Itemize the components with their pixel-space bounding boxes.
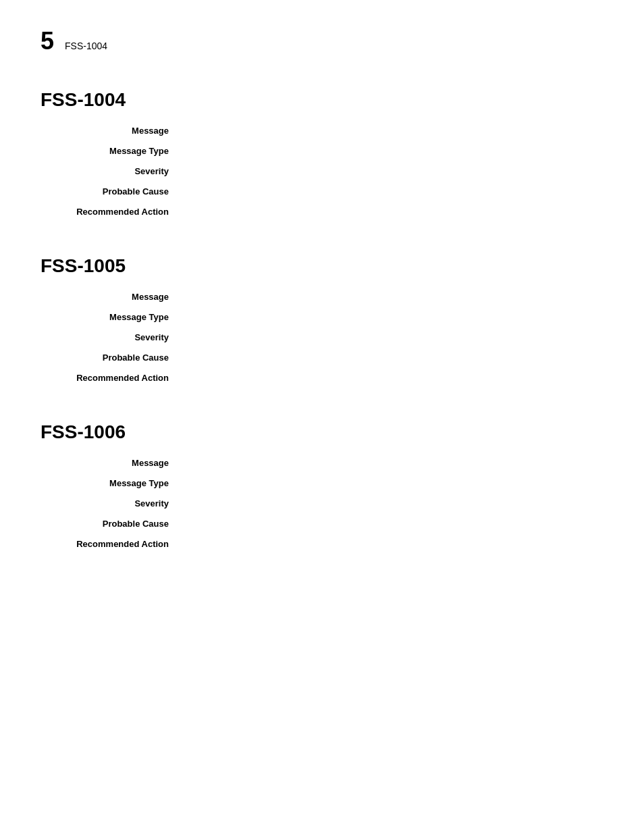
field-row-fss-1005-2: Severity: [41, 331, 603, 347]
section-title-fss-1006: FSS-1006: [41, 421, 603, 443]
field-label-fss-1005-3: Probable Cause: [41, 351, 182, 367]
field-label-fss-1005-4: Recommended Action: [41, 371, 182, 388]
field-label-fss-1005-1: Message Type: [41, 311, 182, 327]
field-value-fss-1006-2: [182, 497, 603, 513]
section-title-fss-1004: FSS-1004: [41, 89, 603, 111]
field-row-fss-1006-3: Probable Cause: [41, 517, 603, 533]
field-label-fss-1005-0: Message: [41, 290, 182, 307]
field-value-fss-1006-4: [182, 538, 603, 554]
field-row-fss-1005-0: Message: [41, 290, 603, 307]
field-label-fss-1006-2: Severity: [41, 497, 182, 513]
field-row-fss-1005-3: Probable Cause: [41, 351, 603, 367]
field-label-fss-1004-3: Probable Cause: [41, 185, 182, 201]
field-value-fss-1004-2: [182, 165, 603, 181]
field-label-fss-1006-4: Recommended Action: [41, 538, 182, 554]
section-fss-1005: FSS-1005MessageMessage TypeSeverityProba…: [41, 255, 603, 388]
field-row-fss-1004-1: Message Type: [41, 145, 603, 161]
field-row-fss-1004-2: Severity: [41, 165, 603, 181]
field-row-fss-1006-1: Message Type: [41, 477, 603, 493]
field-row-fss-1004-0: Message: [41, 124, 603, 140]
field-row-fss-1005-4: Recommended Action: [41, 371, 603, 388]
section-title-fss-1005: FSS-1005: [41, 255, 603, 277]
field-value-fss-1004-0: [182, 124, 603, 140]
field-label-fss-1005-2: Severity: [41, 331, 182, 347]
field-row-fss-1004-3: Probable Cause: [41, 185, 603, 201]
field-value-fss-1005-1: [182, 311, 603, 327]
field-value-fss-1004-3: [182, 185, 603, 201]
field-value-fss-1004-1: [182, 145, 603, 161]
field-label-fss-1006-3: Probable Cause: [41, 517, 182, 533]
field-row-fss-1005-1: Message Type: [41, 311, 603, 327]
page-header-title: FSS-1004: [65, 41, 107, 51]
field-row-fss-1006-4: Recommended Action: [41, 538, 603, 554]
field-label-fss-1006-0: Message: [41, 457, 182, 473]
field-value-fss-1006-1: [182, 477, 603, 493]
section-fss-1004: FSS-1004MessageMessage TypeSeverityProba…: [41, 89, 603, 221]
field-value-fss-1005-2: [182, 331, 603, 347]
field-value-fss-1005-3: [182, 351, 603, 367]
field-value-fss-1006-0: [182, 457, 603, 473]
field-label-fss-1004-4: Recommended Action: [41, 205, 182, 221]
field-row-fss-1004-4: Recommended Action: [41, 205, 603, 221]
field-label-fss-1004-0: Message: [41, 124, 182, 140]
field-row-fss-1006-2: Severity: [41, 497, 603, 513]
page-header: 5 FSS-1004: [41, 27, 603, 55]
field-label-fss-1004-1: Message Type: [41, 145, 182, 161]
field-row-fss-1006-0: Message: [41, 457, 603, 473]
field-value-fss-1005-0: [182, 290, 603, 307]
page-number: 5: [41, 27, 54, 55]
field-value-fss-1005-4: [182, 371, 603, 388]
field-value-fss-1006-3: [182, 517, 603, 533]
section-fss-1006: FSS-1006MessageMessage TypeSeverityProba…: [41, 421, 603, 554]
field-value-fss-1004-4: [182, 205, 603, 221]
field-label-fss-1004-2: Severity: [41, 165, 182, 181]
field-label-fss-1006-1: Message Type: [41, 477, 182, 493]
